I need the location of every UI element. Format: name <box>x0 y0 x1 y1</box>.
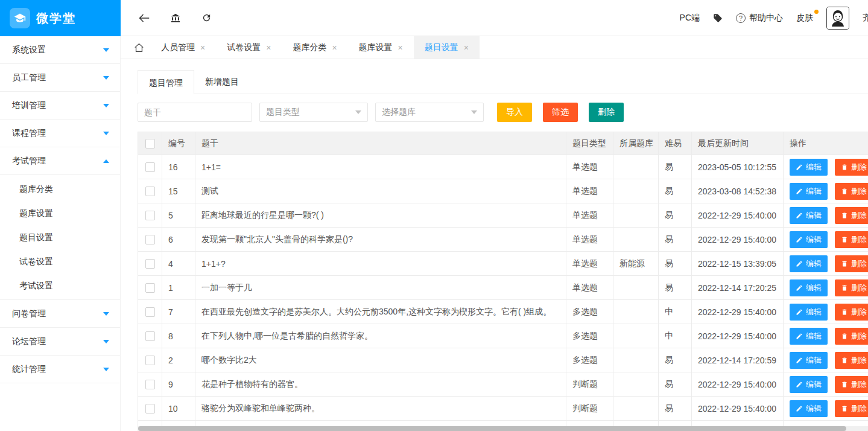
delete-button[interactable]: 删除 <box>835 304 868 321</box>
question-bank-select[interactable]: 选择题库 <box>375 103 484 122</box>
delete-button[interactable]: 删除 <box>835 159 868 176</box>
delete-button[interactable]: 删除 <box>835 183 868 200</box>
delete-button[interactable]: 删除 <box>835 207 868 224</box>
delete-button[interactable]: 删除 <box>835 352 868 369</box>
sidebar-subitem[interactable]: 题库分类 <box>0 177 120 201</box>
question-updated: 2022-12-14 17:20:25 <box>692 276 784 300</box>
edit-icon <box>796 381 803 388</box>
row-checkbox[interactable] <box>145 356 155 365</box>
row-checkbox[interactable] <box>145 404 155 413</box>
pc-mode-button[interactable]: PC端 <box>680 13 700 24</box>
breadcrumb-tab-2[interactable]: 试卷设置× <box>216 36 282 59</box>
question-bank <box>613 372 659 397</box>
trash-icon <box>841 357 848 364</box>
sidebar-subitem[interactable]: 题库设置 <box>0 201 120 225</box>
import-button[interactable]: 导入 <box>497 103 532 122</box>
edit-button[interactable]: 编辑 <box>790 376 828 393</box>
row-checkbox-cell <box>138 155 162 179</box>
close-icon[interactable]: × <box>398 43 403 53</box>
close-icon[interactable]: × <box>464 43 469 53</box>
edit-button[interactable]: 编辑 <box>790 400 828 417</box>
row-checkbox[interactable] <box>145 187 155 196</box>
sidebar-item-1[interactable]: 系统设置 <box>0 36 120 64</box>
sidebar-item-2[interactable]: 员工管理 <box>0 64 120 92</box>
row-checkbox[interactable] <box>145 283 155 293</box>
breadcrumb-tab-5[interactable]: 题目设置× <box>414 36 480 59</box>
close-icon[interactable]: × <box>332 43 337 53</box>
question-type-select[interactable]: 题目类型 <box>259 103 368 122</box>
chevron-down-icon <box>355 110 361 114</box>
edit-button[interactable]: 编辑 <box>790 352 828 369</box>
scrollbar-thumb[interactable] <box>138 426 846 431</box>
refresh-icon[interactable] <box>201 13 212 23</box>
delete-button[interactable]: 删除 <box>835 328 868 345</box>
row-checkbox-cell <box>138 324 162 348</box>
avatar[interactable] <box>826 7 849 30</box>
row-checkbox[interactable] <box>145 259 155 269</box>
close-icon[interactable]: × <box>266 43 271 53</box>
delete-button-label: 删除 <box>851 283 867 293</box>
question-bank <box>613 155 659 179</box>
row-checkbox[interactable] <box>145 162 155 172</box>
question-type: 单选题 <box>566 252 613 276</box>
question-type: 多选题 <box>566 300 613 324</box>
sidebar-subitem[interactable]: 试卷设置 <box>0 249 120 273</box>
question-type: 单选题 <box>566 228 613 252</box>
column-header-5: 难易 <box>659 132 692 155</box>
row-checkbox[interactable] <box>145 235 155 244</box>
delete-button[interactable]: 删除 <box>835 279 868 296</box>
horizontal-scrollbar[interactable] <box>138 426 868 431</box>
select-all-checkbox[interactable] <box>145 139 155 148</box>
row-checkbox[interactable] <box>145 307 155 317</box>
sidebar-item-label: 统计管理 <box>12 364 46 375</box>
edit-icon <box>796 333 803 340</box>
edit-icon <box>796 284 803 292</box>
home-bank-icon[interactable] <box>170 13 181 24</box>
sidebar-subitem[interactable]: 题目设置 <box>0 225 120 249</box>
breadcrumb-tab-1[interactable]: 人员管理× <box>150 36 216 59</box>
breadcrumb-tab-4[interactable]: 题库设置× <box>348 36 414 59</box>
row-checkbox[interactable] <box>145 211 155 220</box>
column-header-3: 题目类型 <box>566 132 613 155</box>
bulk-delete-button[interactable]: 删除 <box>589 103 624 122</box>
help-center-button[interactable]: ? 帮助中心 <box>736 13 783 24</box>
delete-button[interactable]: 删除 <box>835 231 868 248</box>
skin-button[interactable]: 皮肤 <box>796 13 813 24</box>
question-id: 4 <box>162 252 195 276</box>
sidebar-subitem[interactable]: 考试设置 <box>0 273 120 298</box>
filter-button[interactable]: 筛选 <box>543 103 578 122</box>
edit-button[interactable]: 编辑 <box>790 255 828 272</box>
delete-button[interactable]: 删除 <box>835 255 868 272</box>
close-icon[interactable]: × <box>200 43 205 53</box>
stem-search-input[interactable] <box>138 103 252 122</box>
sidebar-item-3[interactable]: 培训管理 <box>0 92 120 120</box>
sidebar-item-6[interactable]: 问卷管理 <box>0 300 120 328</box>
sidebar-item-8[interactable]: 统计管理 <box>0 356 120 383</box>
question-id: 1 <box>162 276 195 300</box>
edit-button[interactable]: 编辑 <box>790 328 828 345</box>
row-checkbox[interactable] <box>145 380 155 389</box>
table-row: 9花是种子植物特有的器官。判断题易2022-12-29 15:40:00编辑删除 <box>138 372 868 397</box>
column-header-2: 题干 <box>195 132 566 155</box>
sidebar-item-4[interactable]: 课程管理 <box>0 120 120 147</box>
back-icon[interactable] <box>139 13 150 23</box>
edit-button[interactable]: 编辑 <box>790 183 828 200</box>
edit-button[interactable]: 编辑 <box>790 304 828 321</box>
breadcrumb-tab-3[interactable]: 题库分类× <box>282 36 347 59</box>
edit-button[interactable]: 编辑 <box>790 231 828 248</box>
tag-icon[interactable] <box>713 13 723 23</box>
edit-button[interactable]: 编辑 <box>790 207 828 224</box>
question-stem: 一加一等于几 <box>195 276 566 300</box>
sidebar-item-5[interactable]: 考试管理 <box>0 147 120 175</box>
row-checkbox[interactable] <box>145 331 155 341</box>
brand-logo[interactable]: 微学堂 <box>0 0 121 36</box>
delete-button[interactable]: 删除 <box>835 376 868 393</box>
delete-button[interactable]: 删除 <box>835 400 868 417</box>
edit-button[interactable]: 编辑 <box>790 279 828 296</box>
content-tab-2[interactable]: 新增题目 <box>194 69 250 94</box>
content-tab-1[interactable]: 题目管理 <box>138 70 194 94</box>
sidebar-item-7[interactable]: 论坛管理 <box>0 328 120 356</box>
trash-icon <box>841 333 848 340</box>
edit-button[interactable]: 编辑 <box>790 159 828 176</box>
home-icon[interactable] <box>134 36 144 59</box>
